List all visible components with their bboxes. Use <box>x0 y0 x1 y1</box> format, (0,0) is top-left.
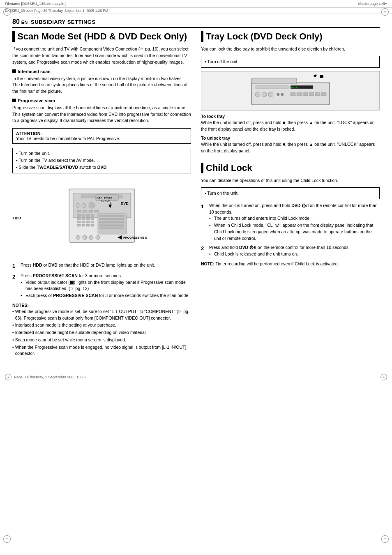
black-square-icon <box>12 69 16 73</box>
svg-point-50 <box>255 92 260 97</box>
child-lock-heading: Child Lock <box>201 163 380 173</box>
tray-svg: 00:00 <box>249 74 332 107</box>
svg-rect-22 <box>77 224 81 226</box>
step1-content: Press HDD or DVD so that the HDD or DVD … <box>21 262 191 270</box>
svg-rect-23 <box>82 224 85 226</box>
svg-rect-59 <box>315 92 320 96</box>
interlaced-heading: Interlaced scan <box>12 69 191 74</box>
svg-rect-58 <box>309 92 314 96</box>
svg-rect-28 <box>99 218 124 220</box>
svg-rect-57 <box>303 92 308 96</box>
note-title: NOTE: <box>201 261 214 266</box>
svg-rect-29 <box>99 221 124 223</box>
step-box-item-3: • Slide the TV/CABLE/SAT/DVD switch to D… <box>16 164 187 171</box>
tray-lock-step: • Turn off the unit. <box>205 59 238 64</box>
svg-point-54 <box>281 93 284 96</box>
to-unlock-text: While the unit is turned off, press and … <box>201 141 380 154</box>
tray-lock-section: Tray Lock (DVD Deck Only) You can lock t… <box>201 31 380 154</box>
svg-point-35 <box>96 235 100 240</box>
tray-lock-steps-box: • Turn off the unit. <box>201 56 380 68</box>
svg-rect-56 <box>297 92 302 96</box>
note-4: •Scan mode cannot be set while menu scre… <box>12 337 191 343</box>
svg-point-3 <box>76 203 80 207</box>
note-5: •When the Progressive scan mode is engag… <box>12 344 191 357</box>
step2-content: Press PROGRESSIVE SCAN for 3 or more sec… <box>21 273 191 299</box>
svg-rect-13 <box>91 214 94 216</box>
svg-rect-30 <box>99 224 124 226</box>
svg-rect-60 <box>321 92 326 96</box>
svg-rect-11 <box>82 214 85 216</box>
svg-rect-21 <box>91 221 94 223</box>
svg-rect-46 <box>320 75 323 78</box>
svg-rect-45 <box>314 76 316 77</box>
section-header: 80 EN SUBSIDIARY SETTINGS <box>12 18 380 28</box>
svg-rect-47 <box>256 85 288 89</box>
to-lock-text: While the unit is turned off, press and … <box>201 120 380 133</box>
progressive-heading: Progressive scan <box>12 98 191 103</box>
child-step2-bullet-1: •Child Lock is released and the unit tur… <box>209 251 380 258</box>
svg-point-5 <box>89 203 95 208</box>
corner-mark-bl <box>3 535 11 543</box>
black-square-icon-2 <box>12 99 16 102</box>
footer-circle-right: + <box>380 374 387 380</box>
tray-lock-heading: Tray Lock (DVD Deck Only) <box>201 31 380 42</box>
device-diagram-area: HDD DVD <box>12 177 191 259</box>
section-title: SUBSIDIARY SETTINGS <box>31 19 96 25</box>
notes-title: NOTES: <box>12 303 191 308</box>
progressive-text: Progressive scan displays all the horizo… <box>12 105 191 124</box>
svg-rect-25 <box>91 224 94 226</box>
header-bar: Filename [DX5SEU_13Subsidiary.fm] Master… <box>0 0 392 8</box>
svg-rect-55 <box>291 92 295 96</box>
attention-title: ATTENTION: <box>16 131 187 136</box>
svg-text:00:00: 00:00 <box>291 86 298 89</box>
child-lock-note: NOTE: Timer recording will be performed … <box>201 261 380 266</box>
svg-rect-20 <box>86 221 90 223</box>
corner-mark-br <box>381 535 389 543</box>
subline-label: DX5SEU_00.book Page 80 Thursday, Septemb… <box>5 9 108 13</box>
note-1: •When the progressive mode is set, be su… <box>12 309 191 322</box>
filename-label: Filename [DX5SEU_13Subsidiary.fm] <box>5 2 66 6</box>
child-lock-step: • Turn on the unit. <box>205 191 238 196</box>
subheader: DX5SEU_00.book Page 80 Thursday, Septemb… <box>0 8 392 14</box>
svg-point-4 <box>82 203 86 207</box>
child-lock-steps-box: • Turn on the unit. <box>201 187 380 199</box>
svg-rect-16 <box>86 218 90 220</box>
svg-point-52 <box>268 92 273 97</box>
left-step-2: 2 Press PROGRESSIVE SCAN for 3 or more s… <box>12 273 191 299</box>
step2-bullet-1: •Video output indicator (▣) lights on th… <box>21 279 191 292</box>
child-step1-num: 1 <box>201 203 207 242</box>
dvd-label: DVD <box>121 201 129 205</box>
svg-rect-9 <box>95 210 99 212</box>
svg-rect-8 <box>89 210 93 212</box>
page-number: 80 <box>12 18 20 25</box>
svg-rect-27 <box>99 215 124 217</box>
child-step1-bullet-2: •When in Child Lock mode, "CL" will appe… <box>209 222 380 242</box>
step2-bullet-2: •Each press of PROGRESSIVE SCAN for 3 or… <box>21 292 191 299</box>
step1-num: 1 <box>12 262 18 270</box>
child-lock-intro: You can disable the operations of this u… <box>201 177 380 184</box>
to-unlock-label: To unlock tray <box>201 136 380 140</box>
child-lock-step-1: 1 When the unit is turned on, press and … <box>201 203 380 242</box>
footer-bar: + Page 80Thursday, 1 September 2005 13:2… <box>0 372 392 382</box>
child-step1-bullet-1: •The unit turns off and enters into Chil… <box>209 215 380 222</box>
page-lang: EN <box>21 20 28 25</box>
scan-mode-heading: Scan Mode Set (HDD & DVD Deck Only) <box>12 31 191 42</box>
footer-circle: + <box>5 374 12 380</box>
interlaced-text: In the conventional video system, a pict… <box>12 76 191 95</box>
svg-rect-18 <box>77 221 81 223</box>
scan-mode-intro: If you connect the unit and TV with Comp… <box>12 46 191 65</box>
step2-num: 2 <box>12 273 18 299</box>
note-2: •Interlaced scan mode is the setting at … <box>12 322 191 329</box>
svg-text:PROGRESSIVE SCAN: PROGRESSIVE SCAN <box>123 236 147 239</box>
svg-rect-15 <box>82 218 85 220</box>
child-lock-section: Child Lock You can disable the operation… <box>201 163 380 266</box>
tray-device-diagram: 00:00 <box>201 71 380 111</box>
child-step1-content: When the unit is turned on, press and ho… <box>209 203 380 242</box>
two-col-layout: Scan Mode Set (HDD & DVD Deck Only) If y… <box>12 31 380 357</box>
svg-text:CABLE/SAT: CABLE/SAT <box>97 197 113 200</box>
svg-point-32 <box>76 235 80 240</box>
footer-text: Page 80Thursday, 1 September 2005 13:26 <box>14 375 85 379</box>
svg-point-51 <box>262 92 267 97</box>
device-svg: PROGRESSIVE SCAN CABLE/SAT TV DVD <box>57 177 147 259</box>
note-3: •Interlaced scan mode might be suitable … <box>12 329 191 336</box>
